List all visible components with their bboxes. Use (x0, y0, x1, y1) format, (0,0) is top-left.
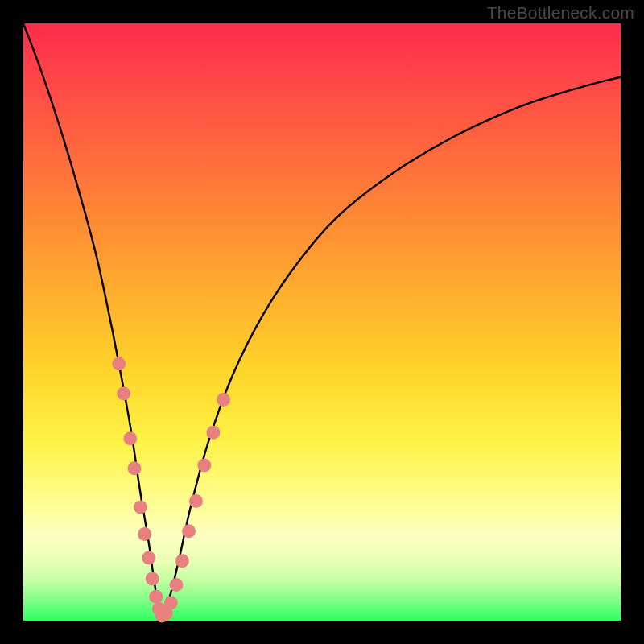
data-marker (146, 572, 159, 586)
data-marker (142, 551, 155, 565)
data-marker (182, 524, 196, 538)
data-marker (149, 590, 163, 604)
data-marker (134, 501, 147, 514)
data-marker (138, 527, 151, 541)
data-marker (206, 426, 220, 440)
data-marker (217, 393, 230, 407)
data-marker (128, 461, 142, 475)
data-marker (169, 578, 183, 592)
data-marker (189, 494, 203, 508)
data-marker (164, 596, 178, 609)
chart-overlay (23, 23, 621, 621)
data-marker (112, 357, 126, 370)
curve-path (23, 23, 621, 618)
chart-frame: TheBottleneck.com (0, 0, 644, 644)
data-marker (175, 554, 189, 568)
watermark-text: TheBottleneck.com (487, 3, 634, 23)
marker-group (112, 357, 230, 622)
bottleneck-curve (23, 23, 621, 618)
data-marker (197, 459, 211, 473)
data-marker (123, 431, 137, 445)
data-marker (117, 387, 130, 401)
